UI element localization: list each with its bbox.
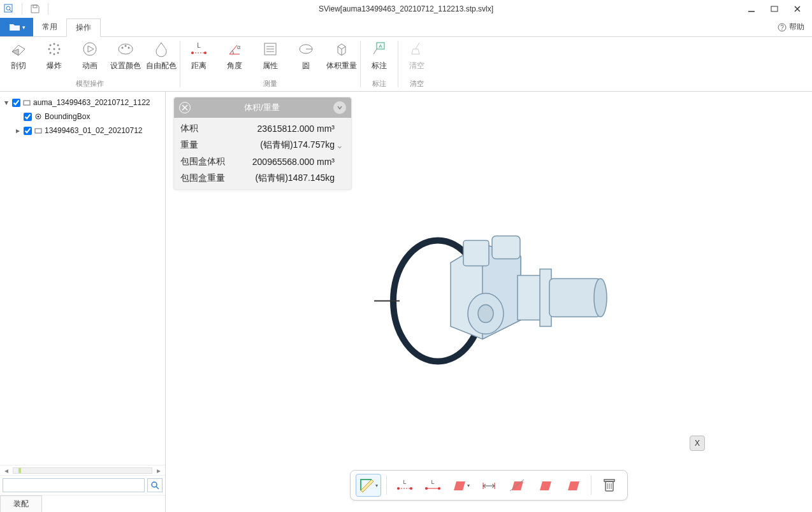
toolbar-close-button[interactable]: X: [690, 436, 705, 451]
svg-point-27: [204, 52, 207, 54]
scroll-left-icon[interactable]: ◂: [3, 466, 10, 475]
broom-icon: [407, 39, 426, 59]
ribbon-btn-annotate[interactable]: A 标注: [365, 39, 394, 78]
tb-plane-b[interactable]: [532, 474, 558, 497]
cube-icon: [332, 39, 351, 59]
trash-icon: [602, 478, 616, 493]
file-menu-button[interactable]: ▾: [0, 18, 33, 36]
search-button[interactable]: [147, 478, 163, 492]
tb-plane-a[interactable]: [504, 474, 530, 497]
title-bar: SView[auma13499463_20210712_112213.stp.s…: [0, 0, 812, 18]
tb-plane-c[interactable]: [560, 474, 586, 497]
tab-common[interactable]: 常用: [33, 18, 66, 36]
tree-checkbox[interactable]: [12, 99, 20, 107]
svg-text:?: ?: [780, 24, 784, 31]
ribbon-group-clear: 清空 清空: [398, 37, 435, 91]
svg-point-12: [50, 52, 52, 54]
ribbon-group-annotate: A 标注 标注: [361, 37, 398, 91]
ribbon-btn-section[interactable]: 剖切: [4, 39, 33, 78]
close-button[interactable]: [792, 3, 803, 15]
menu-bar: ▾ 常用 操作 ? 帮助: [0, 18, 812, 37]
distance-icon: L: [424, 479, 441, 492]
ribbon-group-caption: 清空: [398, 78, 435, 91]
circle-icon: [296, 39, 315, 59]
tree-node-root[interactable]: ▾ auma_13499463_20210712_1122: [3, 96, 163, 110]
qat-search-icon[interactable]: [4, 4, 14, 14]
angle-icon: α: [225, 39, 244, 59]
svg-text:L: L: [197, 42, 201, 49]
span-icon: [481, 479, 497, 492]
plane-icon: [510, 478, 524, 492]
tree-checkbox[interactable]: [24, 127, 32, 135]
svg-point-62: [425, 487, 428, 490]
svg-point-26: [191, 52, 194, 54]
tb-dist2[interactable]: L: [420, 474, 446, 497]
ribbon-btn-distance[interactable]: L 距离: [184, 39, 214, 78]
plane-icon: [538, 478, 552, 492]
tree-node-part[interactable]: ▸ 13499463_01_02_20210712: [3, 124, 163, 138]
tb-section-plane[interactable]: ▾: [448, 474, 474, 497]
minimize-button[interactable]: [746, 3, 757, 15]
weight-dropdown[interactable]: ⌄: [335, 140, 345, 150]
prop-row-bbox-volume: 包围盒体积 200965568.000 mm³: [174, 153, 351, 170]
ribbon: 剖切 爆炸 动画 设置颜色 自由配色 模型操作 L: [0, 37, 812, 92]
ribbon-btn-volweight[interactable]: 体积重量: [327, 39, 356, 78]
ribbon-btn-angle[interactable]: α 角度: [220, 39, 249, 78]
prop-row-bbox-weight: 包围盒重量 (铝青铜)1487.145kg: [174, 170, 351, 187]
ribbon-group-caption: 测量: [180, 78, 360, 91]
ribbon-btn-freecolor[interactable]: 自由配色: [147, 39, 176, 78]
scroll-thumb[interactable]: [18, 468, 21, 473]
model-3d-render: [355, 206, 623, 399]
svg-rect-3: [33, 5, 37, 8]
ribbon-btn-explode[interactable]: 爆炸: [40, 39, 69, 78]
help-button[interactable]: ? 帮助: [778, 18, 812, 36]
ribbon-btn-clear[interactable]: 清空: [402, 39, 431, 78]
svg-rect-38: [24, 101, 30, 105]
ribbon-btn-attribute[interactable]: 属性: [256, 39, 285, 78]
model-tree[interactable]: ▾ auma_13499463_20210712_1122 BoundingBo…: [0, 92, 165, 465]
expand-icon[interactable]: ▾: [3, 98, 10, 107]
panel-collapse-button[interactable]: [333, 101, 346, 114]
prop-row-volume: 体积 23615812.000 mm³: [174, 120, 351, 137]
tree-hscroll[interactable]: ◂ ▸: [0, 466, 165, 476]
svg-point-11: [57, 45, 59, 46]
tb-trash[interactable]: [597, 474, 622, 497]
tree-node-boundingbox[interactable]: BoundingBox: [3, 110, 163, 124]
svg-rect-41: [35, 129, 41, 133]
svg-point-18: [59, 48, 61, 50]
scroll-right-icon[interactable]: ▸: [155, 466, 163, 475]
tb-dist1[interactable]: L: [392, 474, 417, 497]
qat-save-icon[interactable]: [30, 4, 40, 14]
svg-point-55: [478, 305, 493, 323]
list-icon: [261, 39, 280, 59]
expand-icon[interactable]: ▸: [14, 126, 22, 135]
explode-icon: [45, 39, 64, 59]
tb-span[interactable]: [476, 474, 502, 497]
play-icon: [80, 39, 99, 59]
palette-icon: [116, 39, 135, 59]
model-tree-sidebar: ▾ auma_13499463_20210712_1122 BoundingBo…: [0, 92, 166, 512]
search-input[interactable]: [3, 478, 145, 492]
assembly-icon: [34, 126, 43, 135]
window-title: SView[auma13499463_20210712_112213.stp.s…: [319, 4, 493, 13]
tab-operate[interactable]: 操作: [66, 18, 101, 37]
tree-checkbox[interactable]: [24, 113, 32, 121]
svg-point-42: [152, 482, 157, 487]
svg-point-53: [594, 279, 607, 317]
maximize-button[interactable]: [769, 3, 780, 15]
svg-point-59: [410, 487, 412, 490]
ribbon-btn-setcolor[interactable]: 设置颜色: [111, 39, 140, 78]
viewport-3d[interactable]: 体积/重量 体积 23615812.000 mm³ 重量 (铝青铜)174.75…: [166, 92, 812, 512]
ribbon-btn-animate[interactable]: 动画: [75, 39, 105, 78]
svg-line-37: [373, 49, 377, 54]
panel-close-button[interactable]: [179, 102, 191, 113]
tb-ruler[interactable]: ▾: [356, 474, 381, 497]
svg-point-63: [438, 487, 440, 490]
ribbon-btn-circle[interactable]: 圆: [291, 39, 321, 78]
ribbon-group-caption: 模型操作: [0, 78, 180, 91]
svg-rect-50: [518, 276, 543, 320]
svg-text:L: L: [431, 479, 434, 485]
ruler-icon: [359, 478, 374, 493]
scroll-track[interactable]: [13, 467, 152, 474]
sidebar-tab-assembly[interactable]: 装配: [0, 495, 42, 512]
